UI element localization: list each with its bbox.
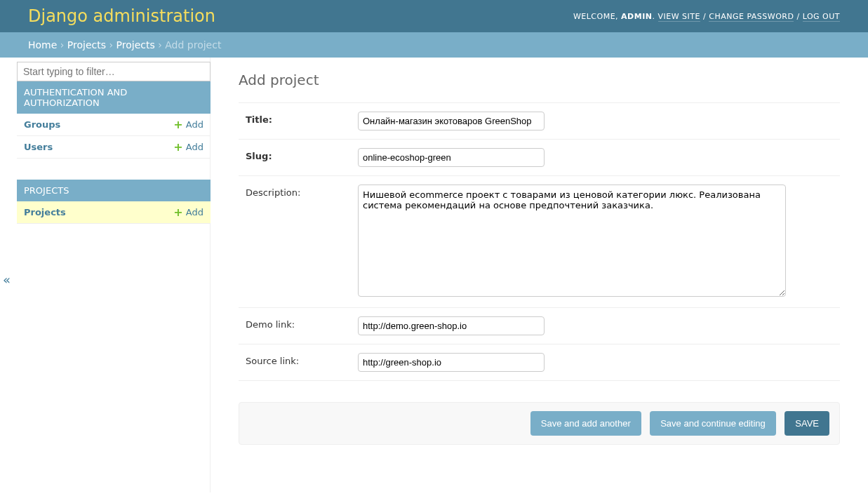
site-header: Django administration WELCOME, ADMIN. VI… [0, 0, 868, 32]
label-source-link: Source link: [246, 353, 358, 366]
logout-link[interactable]: LOG OUT [803, 12, 840, 22]
plus-icon: + [173, 118, 182, 131]
model-row-groups: Groups + Add [17, 114, 211, 136]
add-projects-link[interactable]: + Add [173, 207, 203, 217]
save-add-another-button[interactable] [530, 411, 641, 436]
input-title[interactable] [358, 112, 545, 130]
add-groups-link[interactable]: + Add [173, 119, 203, 130]
input-source-link[interactable] [358, 353, 545, 372]
breadcrumb-home[interactable]: Home [28, 39, 57, 51]
label-description: Description: [246, 185, 358, 198]
model-link-users[interactable]: Users [24, 142, 53, 152]
model-link-projects[interactable]: Projects [24, 207, 66, 217]
username: ADMIN [621, 12, 652, 21]
form-row-title: Title: [239, 103, 840, 140]
nav-sidebar: « AUTHENTICATION AND AUTHORIZATION Group… [0, 58, 211, 492]
breadcrumb-model[interactable]: Projects [116, 39, 155, 51]
form-row-description: Description: [239, 176, 840, 308]
app-module-projects: PROJECTS Projects + Add [17, 180, 211, 224]
label-demo-link: Demo link: [246, 316, 358, 330]
content-main: Add project Title: Slug: Description: De… [211, 58, 868, 492]
collapse-sidebar-icon[interactable]: « [3, 272, 11, 287]
breadcrumb-app[interactable]: Projects [67, 39, 106, 51]
page-title: Add project [239, 72, 840, 88]
user-tools: WELCOME, ADMIN. VIEW SITE / CHANGE PASSW… [573, 12, 840, 21]
input-slug[interactable] [358, 148, 545, 167]
site-title-link[interactable]: Django administration [28, 6, 215, 26]
app-module-auth: AUTHENTICATION AND AUTHORIZATION Groups … [17, 81, 211, 159]
label-title: Title: [246, 112, 358, 125]
save-button[interactable] [784, 411, 829, 436]
breadcrumb: Home › Projects › Projects › Add project [0, 32, 868, 58]
form-row-source-link: Source link: [239, 344, 840, 381]
app-caption[interactable]: PROJECTS [17, 180, 211, 201]
add-users-link[interactable]: + Add [173, 142, 203, 152]
app-caption[interactable]: AUTHENTICATION AND AUTHORIZATION [17, 81, 211, 114]
breadcrumb-current: Add project [165, 39, 221, 51]
welcome-text: WELCOME, [573, 12, 618, 21]
form-row-slug: Slug: [239, 140, 840, 176]
input-description[interactable] [358, 185, 786, 297]
model-row-projects: Projects + Add [17, 201, 211, 224]
model-row-users: Users + Add [17, 136, 211, 159]
sidebar-filter-input[interactable] [17, 62, 211, 81]
project-form: Title: Slug: Description: Demo link: Sou… [239, 102, 840, 445]
save-continue-button[interactable] [650, 411, 776, 436]
model-link-groups[interactable]: Groups [24, 119, 60, 130]
view-site-link[interactable]: VIEW SITE [658, 12, 701, 22]
change-password-link[interactable]: CHANGE PASSWORD [709, 12, 794, 22]
plus-icon: + [173, 140, 182, 154]
plus-icon: + [173, 206, 182, 219]
branding: Django administration [28, 6, 215, 26]
submit-row [239, 402, 840, 445]
label-slug: Slug: [246, 148, 358, 161]
form-row-demo-link: Demo link: [239, 308, 840, 344]
input-demo-link[interactable] [358, 316, 545, 335]
